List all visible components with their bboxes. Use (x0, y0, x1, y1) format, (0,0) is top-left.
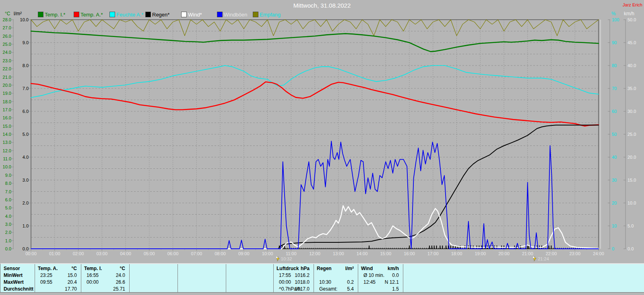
table-cell-value: 1.5 (358, 286, 399, 292)
y-axis-tick-label: 10.0 (627, 201, 636, 206)
table-header-sensor: Sensor (4, 266, 20, 271)
table-row-label: MaxWert (4, 279, 24, 285)
table-column-unit: °C (81, 266, 125, 271)
axis-layer (12, 20, 626, 251)
grid-layer (31, 20, 599, 249)
x-axis-tick-label: 06:00 (164, 251, 182, 256)
table-cell-value: 1018.0 (273, 279, 310, 285)
y-axis-tick-label: 8.0 (0, 181, 11, 186)
y-axis-tick-label: 0.0 (627, 246, 634, 252)
y-axis-tick-label: 7.0 (16, 86, 29, 91)
y-axis-tick-label: 4.0 (16, 155, 29, 160)
x-axis-tick-label: 17:00 (424, 251, 442, 256)
x-axis-tick-label: 23:00 (566, 251, 584, 256)
y-axis-tick-label: 2.0 (16, 201, 29, 206)
y-axis-tick-label: 1.0 (0, 238, 11, 244)
table-cell-value: 26.6 (81, 279, 125, 285)
event-marker-icon (533, 256, 537, 261)
weather-station-screen: Mittwoch, 31.08.2022 Jarz Erich °C l/m² … (0, 0, 644, 295)
y-axis-tick-label: 4.0 (0, 214, 11, 219)
y-axis-tick-label: 18.0 (0, 99, 11, 104)
table-column-unit: km/h (358, 266, 399, 271)
x-axis-tick-label: 22:00 (543, 251, 560, 256)
x-axis-tick-label: 05:00 (140, 251, 158, 256)
y-axis-tick-label: 21.0 (0, 75, 11, 80)
y-axis-tick-label: 40 (612, 155, 617, 160)
y-axis-tick-label: 30.0 (627, 109, 636, 114)
chart-canvas (0, 0, 644, 295)
y-axis-tick-label: 16.0 (0, 115, 11, 121)
table-row-label: Durchschnitt (4, 286, 33, 292)
y-axis-tick-label: 30 (612, 178, 617, 183)
y-axis-tick-label: 20 (612, 201, 617, 206)
x-axis-tick-label: 19:00 (471, 251, 489, 256)
y-axis-tick-label: 5.0 (0, 205, 11, 211)
y-axis-tick-label: 19.0 (0, 91, 11, 96)
table-column-separator (226, 264, 226, 292)
x-axis-tick-label: 03:00 (93, 251, 111, 256)
y-axis-tick-label: 14.0 (0, 132, 11, 137)
y-axis-tick-label: 26.0 (0, 34, 11, 39)
x-axis-tick-label: 07:00 (188, 251, 205, 256)
x-axis-tick-label: 01:00 (46, 251, 64, 256)
x-axis-tick-label: 21:00 (519, 251, 537, 256)
y-axis-tick-label: 17.0 (0, 107, 11, 113)
y-axis-tick-label: 6.0 (0, 197, 11, 203)
table-cell-value: 1016.2 (273, 272, 310, 278)
x-axis-tick-label: 13:00 (330, 251, 347, 256)
table-column-unit: l/m² (314, 266, 354, 271)
x-axis-tick-label: 24:00 (590, 251, 607, 256)
y-axis-tick-label: 28.0 (0, 17, 11, 23)
y-axis-tick-label: 20.0 (627, 155, 636, 160)
y-axis-tick-label: 11.0 (0, 156, 11, 162)
y-axis-tick-label: 45.0 (627, 40, 636, 45)
y-axis-tick-label: 23.0 (0, 58, 11, 64)
y-axis-tick-label: 22.0 (0, 66, 11, 72)
y-axis-tick-label: 25.0 (627, 132, 636, 137)
time-marker: 21:24 (533, 256, 549, 262)
summary-table: SensorMinWertMaxWertDurchschnittTemp. A.… (0, 263, 644, 293)
x-axis-tick-label: 08:00 (211, 251, 229, 256)
x-axis-tick-label: 04:00 (117, 251, 134, 256)
table-cell-value: 5.4 (314, 286, 354, 292)
y-axis-tick-label: 2.0 (0, 230, 11, 235)
table-column-separator (129, 264, 130, 292)
y-axis-tick-label: 10.0 (16, 17, 29, 23)
y-axis-tick-label: 20.0 (0, 83, 11, 88)
y-axis-tick-label: 90 (612, 40, 617, 45)
time-marker: 10:32 (276, 256, 292, 262)
y-axis-tick-label: 15.0 (0, 124, 11, 129)
table-column-separator (178, 264, 178, 292)
x-axis-tick-label: 09:00 (235, 251, 253, 256)
table-column-separator (403, 264, 403, 292)
table-cell-value: 17.70 (35, 286, 77, 292)
table-cell-value: 25.71 (81, 286, 125, 292)
y-axis-tick-label: 100 (612, 17, 619, 23)
x-axis-tick-label: 10:00 (259, 251, 277, 256)
event-marker-icon (276, 256, 280, 261)
y-axis-tick-label: 10 (612, 223, 617, 229)
x-axis-tick-label: 11:00 (282, 251, 300, 256)
table-cell-value: 24.0 (81, 272, 125, 278)
y-axis-tick-label: 25.0 (0, 42, 11, 47)
y-axis-tick-label: 3.0 (16, 178, 29, 183)
y-axis-tick-label: 50 (612, 132, 617, 137)
y-axis-tick-label: 3.0 (0, 222, 11, 227)
y-axis-tick-label: 15.0 (627, 178, 636, 183)
x-axis-tick-label: 18:00 (448, 251, 466, 256)
x-axis-tick-label: 14:00 (353, 251, 371, 256)
table-cell-value: N 12.1 (358, 279, 399, 285)
table-cell-value: 1017.0 (273, 286, 310, 292)
x-axis-tick-label: 16:00 (400, 251, 418, 256)
table-cell-value: 20.4 (35, 279, 77, 285)
x-axis-tick-label: 20:00 (495, 251, 513, 256)
y-axis-tick-label: 24.0 (0, 50, 11, 55)
y-axis-tick-label: 9.0 (16, 40, 29, 45)
x-axis-tick-label: 00:00 (22, 251, 40, 256)
y-axis-tick-label: 5.0 (16, 132, 29, 137)
y-axis-tick-label: 9.0 (0, 173, 11, 178)
table-row-label: MinWert (4, 272, 23, 278)
y-axis-tick-label: 10.0 (0, 164, 11, 170)
y-axis-tick-label: 40.0 (627, 63, 636, 68)
table-cell-value: 15.0 (35, 272, 77, 278)
